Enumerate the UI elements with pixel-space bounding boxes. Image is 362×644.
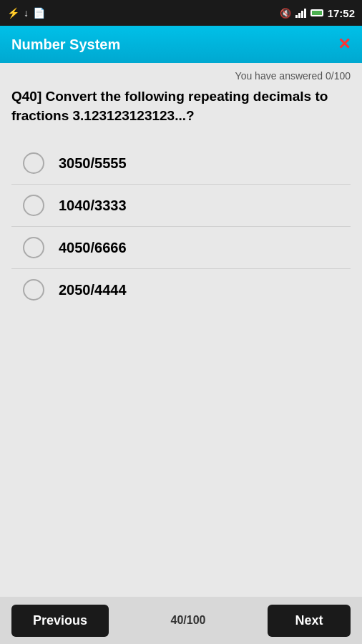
battery-icon xyxy=(310,9,323,16)
option-label-b: 1040/3333 xyxy=(59,197,127,214)
radio-d[interactable] xyxy=(23,279,44,301)
bottom-navigation: Previous 40/100 Next xyxy=(0,597,362,644)
radio-inner-b xyxy=(30,202,37,209)
radio-c[interactable] xyxy=(23,237,44,258)
option-row-d[interactable]: 2050/4444 xyxy=(11,269,351,311)
question-text: Q40] Convert the following repeating dec… xyxy=(11,87,351,125)
answered-count: You have answered 0/100 xyxy=(11,70,351,82)
option-row-b[interactable]: 1040/3333 xyxy=(11,185,351,227)
header-bar: Number System ✕ xyxy=(0,26,362,63)
option-label-a: 3050/5555 xyxy=(59,155,127,172)
next-button[interactable]: Next xyxy=(268,605,351,637)
mute-icon: 🔇 xyxy=(280,8,291,19)
option-label-c: 4050/6666 xyxy=(59,240,127,256)
question-body: Convert the following repeating decimals… xyxy=(11,89,328,123)
content-area: You have answered 0/100 Q40] Convert the… xyxy=(0,63,362,311)
usb-icon: ⚡ xyxy=(7,7,19,19)
clock: 17:52 xyxy=(328,7,355,19)
question-number: Q40] xyxy=(11,89,41,104)
status-icons-right: 🔇 17:52 xyxy=(280,7,355,19)
option-row-a[interactable]: 3050/5555 xyxy=(11,142,351,185)
radio-a[interactable] xyxy=(23,152,44,174)
option-label-d: 2050/4444 xyxy=(59,282,127,298)
status-icons-left: ⚡ ↓ 📄 xyxy=(7,7,45,19)
radio-b[interactable] xyxy=(23,195,44,216)
download-icon: ↓ xyxy=(24,7,29,19)
radio-inner-c xyxy=(30,244,37,251)
option-row-c[interactable]: 4050/6666 xyxy=(11,227,351,269)
page-indicator: 40/100 xyxy=(171,614,206,627)
previous-button[interactable]: Previous xyxy=(11,605,109,637)
status-bar: ⚡ ↓ 📄 🔇 17:52 xyxy=(0,0,362,26)
close-button[interactable]: ✕ xyxy=(338,36,351,52)
radio-inner-d xyxy=(30,286,37,293)
radio-inner-a xyxy=(30,160,37,167)
app-title: Number System xyxy=(11,36,120,53)
options-container: 3050/5555 1040/3333 4050/6666 2050/4444 xyxy=(11,142,351,311)
signal-icon xyxy=(295,8,306,18)
file-icon: 📄 xyxy=(33,7,45,19)
